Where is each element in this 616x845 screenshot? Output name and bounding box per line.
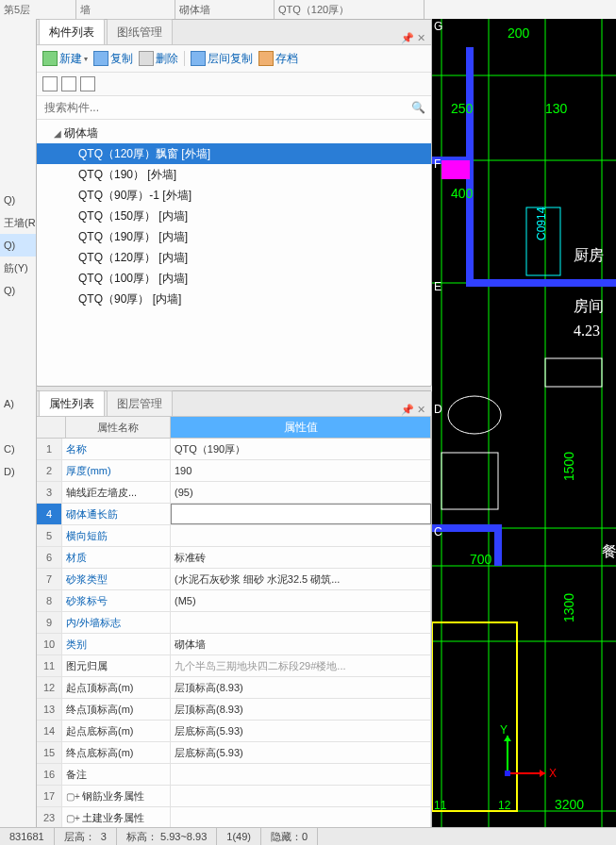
- sidebar-item[interactable]: Q): [0, 279, 36, 302]
- property-row[interactable]: 15终点底标高(m)层底标高(5.93): [37, 742, 431, 764]
- sidebar-item[interactable]: [0, 166, 36, 189]
- property-row[interactable]: 16备注: [37, 764, 431, 786]
- component-tree-item[interactable]: QTQ（90厚） [内墙]: [37, 289, 431, 309]
- component-tree-item[interactable]: QTQ（90厚）-1 [外墙]: [37, 185, 431, 206]
- svg-text:700: 700: [470, 552, 492, 567]
- svg-text:E: E: [434, 280, 441, 293]
- property-row[interactable]: 9内/外墙标志: [37, 612, 431, 634]
- top-breadcrumb: 第5层 墙 砌体墙 QTQ（120厚）: [0, 0, 616, 20]
- property-row[interactable]: 13终点顶标高(m)层顶标高(8.93): [37, 699, 431, 721]
- copy-button[interactable]: 复制: [93, 51, 133, 67]
- svg-text:12: 12: [498, 799, 511, 812]
- svg-rect-17: [441, 453, 498, 509]
- list-view-icon[interactable]: [42, 76, 58, 91]
- pin-icon[interactable]: 📌 ✕: [401, 32, 425, 44]
- sidebar-item[interactable]: 筋(Y): [0, 257, 36, 279]
- svg-text:厨房: 厨房: [574, 247, 604, 263]
- sidebar-item[interactable]: Q): [0, 189, 36, 211]
- svg-text:G: G: [434, 20, 442, 33]
- status-code: 831681: [0, 828, 55, 845]
- sidebar-item[interactable]: A): [0, 392, 36, 415]
- svg-text:4.23: 4.23: [574, 323, 600, 339]
- sidebar-item[interactable]: [0, 302, 36, 324]
- svg-text:Y: Y: [500, 723, 508, 737]
- svg-text:D: D: [434, 403, 442, 416]
- svg-text:11: 11: [434, 799, 447, 812]
- svg-text:C0914: C0914: [535, 207, 548, 240]
- intercopy-button[interactable]: 层间复制: [191, 51, 253, 67]
- archive-button[interactable]: 存档: [258, 51, 298, 67]
- property-row[interactable]: 3轴线距左墙皮...(95): [37, 482, 431, 504]
- sidebar-item[interactable]: [0, 121, 36, 143]
- tree-view-icon[interactable]: [80, 76, 95, 91]
- property-row[interactable]: 7砂浆类型(水泥石灰砂浆 细砂 水泥32.5 砌筑...: [37, 569, 431, 590]
- property-row[interactable]: 6材质标准砖: [37, 547, 431, 569]
- sidebar-item[interactable]: [0, 415, 36, 438]
- property-row[interactable]: 8砂浆标号(M5): [37, 590, 431, 612]
- sidebar-item[interactable]: [0, 143, 36, 166]
- component-tree-item[interactable]: QTQ（150厚） [内墙]: [37, 206, 431, 226]
- property-grid-header: 属性名称 属性值: [37, 417, 431, 439]
- col-value: 属性值: [171, 417, 431, 438]
- property-row[interactable]: 4砌体通长筋: [37, 504, 431, 525]
- status-elevation: 标高： 5.93~8.93: [117, 828, 217, 845]
- sidebar-item[interactable]: D): [0, 460, 36, 483]
- sidebar-item[interactable]: [0, 347, 36, 370]
- component-tree-item[interactable]: QTQ（100厚） [内墙]: [37, 268, 431, 289]
- tab-property-list[interactable]: 属性列表: [39, 390, 105, 416]
- breadcrumb-category[interactable]: 墙: [76, 0, 175, 19]
- svg-text:400: 400: [451, 186, 474, 201]
- property-row[interactable]: 1名称QTQ（190厚）: [37, 439, 431, 460]
- delete-button[interactable]: 删除: [139, 51, 178, 67]
- svg-point-16: [448, 396, 501, 434]
- component-tree-item[interactable]: QTQ（190厚） [内墙]: [37, 226, 431, 247]
- breadcrumb-floor[interactable]: 第5层: [0, 0, 76, 19]
- sidebar-item[interactable]: [0, 324, 36, 347]
- tab-component-list[interactable]: 构件列表: [39, 19, 105, 44]
- search-input[interactable]: [42, 100, 411, 115]
- component-tree-item[interactable]: QTQ（120厚）飘窗 [外墙]: [37, 143, 431, 164]
- tree-group-masonry[interactable]: 砌体墙: [37, 124, 431, 143]
- svg-marker-40: [540, 770, 545, 777]
- sidebar-item[interactable]: [0, 98, 36, 121]
- component-tree-item[interactable]: QTQ（120厚） [内墙]: [37, 247, 431, 268]
- cad-viewport[interactable]: G F E D C 12 11 200 250 130 400 700 1500…: [432, 19, 616, 828]
- breadcrumb-type[interactable]: 砌体墙: [175, 0, 275, 19]
- component-search: 🔍: [37, 96, 431, 120]
- view-toolbar: [37, 73, 431, 96]
- property-row[interactable]: 2厚度(mm)190: [37, 460, 431, 482]
- sidebar-item[interactable]: [0, 370, 36, 392]
- sidebar-item[interactable]: C): [0, 438, 36, 460]
- property-panel: 属性列表 图层管理 📌 ✕ 属性名称 属性值 1名称QTQ（190厚）2厚度(m…: [36, 390, 432, 845]
- svg-text:200: 200: [508, 25, 530, 41]
- sidebar-item[interactable]: 王墙(RF): [0, 211, 36, 234]
- svg-text:餐: 餐: [602, 543, 616, 559]
- svg-text:F: F: [434, 157, 441, 171]
- svg-text:房间: 房间: [574, 298, 604, 314]
- svg-text:1500: 1500: [561, 452, 576, 481]
- sidebar-item[interactable]: Q): [0, 234, 36, 257]
- component-tree-item[interactable]: QTQ（190） [外墙]: [37, 164, 431, 185]
- search-icon[interactable]: 🔍: [411, 101, 425, 114]
- prop-pin-icon[interactable]: 📌 ✕: [401, 404, 425, 416]
- svg-rect-43: [505, 770, 510, 776]
- status-hidden: 隐藏：0: [261, 828, 318, 845]
- breadcrumb-component[interactable]: QTQ（120厚）: [275, 0, 425, 19]
- sidebar-item[interactable]: [0, 75, 36, 98]
- svg-text:X: X: [549, 767, 557, 780]
- property-row[interactable]: 10类别砌体墙: [37, 634, 431, 655]
- property-row[interactable]: 14起点底标高(m)层底标高(5.93): [37, 721, 431, 742]
- property-row[interactable]: 12起点顶标高(m)层顶标高(8.93): [37, 677, 431, 699]
- grid-view-icon[interactable]: [61, 76, 76, 91]
- svg-text:1300: 1300: [561, 593, 576, 622]
- property-tabs: 属性列表 图层管理 📌 ✕: [37, 391, 431, 417]
- property-row[interactable]: 11图元归属九个半岛三期地块四二标段29#楼地...: [37, 655, 431, 677]
- tab-drawing-manage[interactable]: 图纸管理: [107, 19, 173, 44]
- property-row[interactable]: 23▢+土建业务属性: [37, 807, 431, 829]
- tab-layer-manage[interactable]: 图层管理: [107, 390, 173, 416]
- property-row[interactable]: 5横向短筋: [37, 525, 431, 547]
- col-name: 属性名称: [66, 417, 171, 438]
- svg-text:130: 130: [545, 101, 568, 116]
- property-row[interactable]: 17▢+钢筋业务属性: [37, 786, 431, 807]
- new-button[interactable]: 新建▾: [42, 51, 88, 67]
